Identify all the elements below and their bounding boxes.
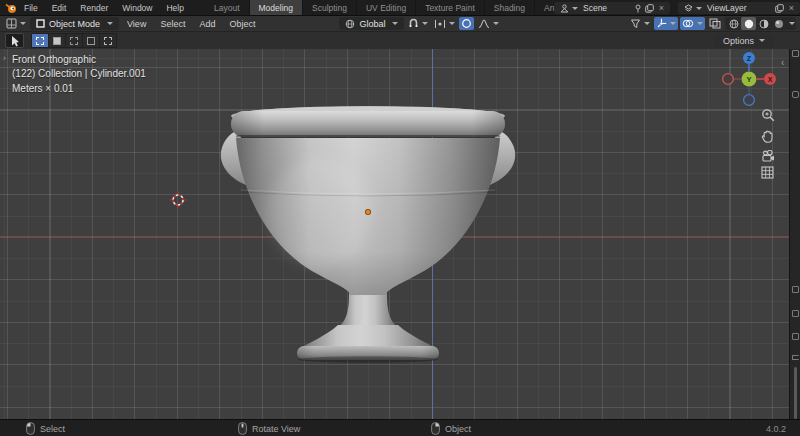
show-overlays-toggle[interactable] bbox=[680, 17, 705, 30]
view-layer-name[interactable]: ViewLayer bbox=[707, 3, 772, 13]
pin-icon[interactable] bbox=[634, 4, 642, 13]
camera-view-button[interactable] bbox=[760, 148, 775, 163]
overlays-icon bbox=[682, 18, 694, 29]
scene-name[interactable]: Scene bbox=[583, 3, 631, 13]
navigation-gizmo[interactable]: Z X Y bbox=[721, 51, 777, 107]
scene-browse-button[interactable] bbox=[558, 2, 580, 14]
select-mode-invert[interactable] bbox=[83, 34, 99, 47]
transform-orientation-selector[interactable]: Global bbox=[339, 17, 404, 30]
zoom-view-button[interactable] bbox=[760, 107, 775, 122]
tab-shading[interactable]: Shading bbox=[485, 0, 535, 15]
goblet-render bbox=[208, 95, 528, 375]
remove-view-layer-button[interactable]: × bbox=[787, 3, 796, 13]
cursor-3d[interactable] bbox=[169, 191, 187, 209]
chevron-down-icon bbox=[449, 22, 455, 25]
proportional-editing-icon bbox=[461, 18, 472, 29]
navigation-gizmo-icon: Z X Y bbox=[721, 51, 777, 107]
tab-layout[interactable]: Layout bbox=[205, 0, 250, 15]
select-mode-subtract[interactable] bbox=[66, 34, 82, 47]
editor-type-selector[interactable] bbox=[4, 17, 28, 30]
tab-animation[interactable]: Animation bbox=[535, 0, 554, 15]
xray-icon bbox=[709, 18, 721, 29]
mode-selector[interactable]: Object Mode bbox=[30, 17, 119, 30]
active-tool-select-button[interactable] bbox=[5, 33, 24, 48]
select-mode-intersect[interactable] bbox=[100, 34, 116, 47]
properties-tab-icon-fragment bbox=[792, 355, 799, 360]
filter-funnel-icon bbox=[630, 18, 641, 29]
menu-render[interactable]: Render bbox=[73, 0, 115, 15]
select-extend-icon bbox=[53, 37, 61, 45]
topbar: File Edit Render Window Help Layout Mode… bbox=[0, 0, 800, 15]
proportional-editing-toggle[interactable] bbox=[459, 17, 474, 30]
shading-mode-group bbox=[725, 17, 796, 30]
xray-toggle[interactable] bbox=[707, 17, 723, 30]
menu-object[interactable]: Object bbox=[223, 19, 261, 29]
shading-rendered-button[interactable] bbox=[771, 17, 786, 30]
shading-solid-button[interactable] bbox=[741, 17, 756, 30]
tab-uv-editing[interactable]: UV Editing bbox=[357, 0, 416, 15]
menu-add[interactable]: Add bbox=[193, 19, 221, 29]
workspace-tabs: Layout Modeling Sculpting UV Editing Tex… bbox=[205, 0, 554, 15]
show-gizmo-toggle[interactable] bbox=[654, 17, 678, 30]
menu-edit[interactable]: Edit bbox=[45, 0, 74, 15]
select-mode-set[interactable] bbox=[32, 34, 48, 47]
mouse-left-icon bbox=[26, 422, 35, 435]
orientation-label: Global bbox=[359, 19, 385, 29]
chevron-down-icon bbox=[572, 7, 578, 10]
properties-tab-icon-fragment bbox=[792, 286, 799, 293]
snap-target-selector[interactable] bbox=[432, 17, 457, 30]
viewport-header: Object Mode View Select Add Object Globa… bbox=[0, 15, 800, 31]
menu-window[interactable]: Window bbox=[115, 0, 159, 15]
properties-tab-icon-fragment bbox=[792, 310, 799, 317]
object-visibility-filter[interactable] bbox=[628, 17, 652, 30]
new-scene-icon[interactable] bbox=[645, 4, 654, 13]
tab-modeling[interactable]: Modeling bbox=[250, 0, 304, 15]
chevron-down-icon bbox=[697, 22, 703, 25]
right-editors-sliver[interactable] bbox=[789, 15, 800, 419]
pan-view-button[interactable] bbox=[760, 128, 775, 143]
falloff-curve-icon bbox=[478, 18, 490, 29]
grid-icon bbox=[761, 166, 774, 179]
unlink-scene-button[interactable]: × bbox=[657, 3, 666, 13]
toggle-perspective-button[interactable] bbox=[760, 165, 775, 180]
snap-toggle[interactable] bbox=[406, 17, 430, 30]
blender-version-label: 4.0.2 bbox=[766, 420, 786, 436]
viewport-object-goblet[interactable] bbox=[208, 95, 528, 375]
properties-scrollbar[interactable] bbox=[794, 367, 797, 419]
svg-text:X: X bbox=[768, 76, 773, 83]
select-mode-extend[interactable] bbox=[49, 34, 65, 47]
view-layer-browse-button[interactable] bbox=[682, 2, 704, 14]
cursor-3d-icon bbox=[169, 191, 187, 209]
scene-selector-block: Scene × bbox=[554, 0, 670, 15]
blender-logo-icon[interactable] bbox=[5, 0, 17, 15]
chevron-down-icon bbox=[644, 22, 650, 25]
shading-wireframe-button[interactable] bbox=[726, 17, 741, 30]
menu-help[interactable]: Help bbox=[159, 0, 190, 15]
proportional-falloff-selector[interactable] bbox=[476, 17, 501, 30]
shading-material-button[interactable] bbox=[756, 17, 771, 30]
magnet-icon bbox=[408, 18, 419, 29]
object-mode-icon bbox=[36, 19, 45, 28]
sidebar-collapse-caret[interactable]: ‹ bbox=[781, 57, 784, 68]
orientation-global-icon bbox=[345, 19, 355, 29]
svg-text:Y: Y bbox=[746, 75, 751, 84]
tool-settings-bar: Options bbox=[0, 31, 800, 49]
status-hint-object: Object bbox=[431, 420, 471, 436]
snap-target-icon bbox=[434, 19, 446, 29]
menu-view[interactable]: View bbox=[121, 19, 152, 29]
tab-texture-paint[interactable]: Texture Paint bbox=[416, 0, 485, 15]
blender-logo-glyph bbox=[5, 2, 17, 14]
options-label: Options bbox=[723, 36, 754, 46]
viewport-3d[interactable]: Z X Y bbox=[0, 49, 789, 419]
menu-select[interactable]: Select bbox=[154, 19, 191, 29]
status-hint-label: Rotate View bbox=[252, 424, 300, 434]
status-hint-label: Select bbox=[40, 424, 65, 434]
status-hint-label: Object bbox=[445, 424, 471, 434]
options-button[interactable]: Options bbox=[715, 34, 773, 48]
view-info-caret[interactable]: › bbox=[3, 53, 6, 63]
tab-sculpting[interactable]: Sculpting bbox=[303, 0, 357, 15]
menu-file[interactable]: File bbox=[17, 0, 45, 15]
object-origin-point[interactable] bbox=[365, 209, 371, 215]
gizmo-icon bbox=[656, 18, 667, 29]
new-view-layer-icon[interactable] bbox=[775, 4, 784, 13]
